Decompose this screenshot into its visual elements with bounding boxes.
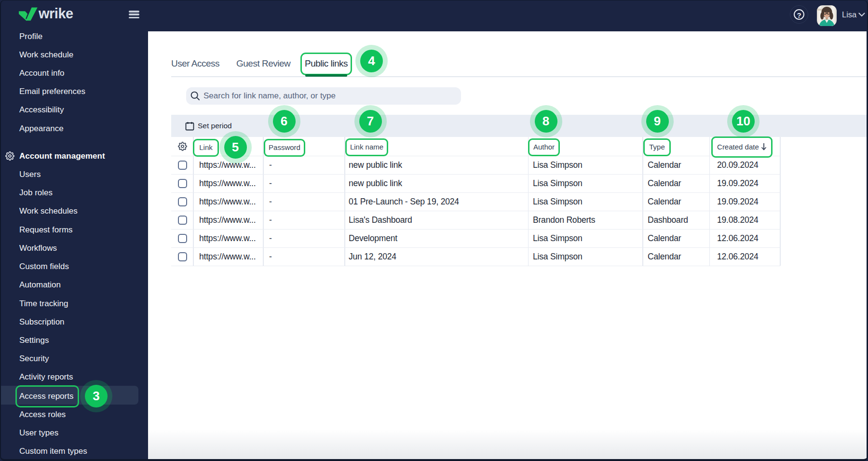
svg-text:wrike: wrike — [38, 6, 73, 21]
